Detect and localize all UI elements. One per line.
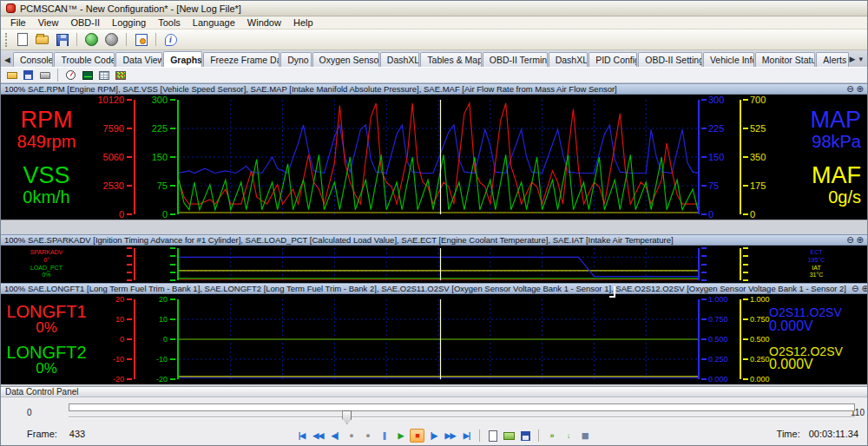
main-toolbar: i — [1, 30, 867, 50]
tab-tables-maps[interactable]: Tables & Maps — [420, 52, 481, 67]
export-log-button[interactable]: ↓ — [561, 429, 575, 443]
pid-name-iat: IAT — [808, 265, 825, 272]
playback-cursor[interactable] — [440, 248, 441, 280]
menu-file[interactable]: File — [4, 17, 32, 28]
info-icon[interactable]: i — [162, 31, 179, 48]
graph3-plot[interactable] — [179, 299, 698, 379]
save-file-icon[interactable] — [54, 31, 70, 48]
menu-window[interactable]: Window — [241, 17, 287, 28]
open-log-icon[interactable] — [5, 69, 18, 82]
pid-name-vss: VSS — [23, 164, 69, 188]
new-log-button[interactable] — [485, 429, 500, 443]
record-pause-button[interactable]: ● — [360, 429, 375, 443]
menu-view[interactable]: View — [32, 17, 65, 28]
graph1-chart-canvas — [179, 100, 698, 214]
open-file-icon[interactable] — [34, 31, 50, 48]
open-log-button[interactable] — [502, 429, 516, 443]
tab-graphs[interactable]: Graphs — [163, 51, 202, 67]
tab-trouble-codes[interactable]: Trouble Codes — [54, 52, 115, 67]
pid-value-longft2: 0% — [6, 361, 86, 376]
o2s11-axis: 1.0000.7500.5000.2500.000 — [698, 299, 740, 379]
slider-thumb[interactable] — [342, 410, 352, 424]
zoom-in-icon[interactable]: ⊕ — [857, 84, 864, 94]
pid-name-loadpct: LOAD_PCT — [30, 265, 63, 272]
playback-cursor[interactable] — [440, 100, 441, 214]
pid-name-longft1: LONGFT1 — [6, 303, 86, 320]
pid-value-o2s11: 0.000V — [769, 319, 842, 333]
step-forward-button[interactable]: |▶ — [426, 429, 441, 443]
skip-end-button[interactable]: ▶| — [459, 429, 474, 443]
rewind-button[interactable]: ◀◀ — [311, 429, 326, 443]
pid-value-ect: 195°C — [808, 257, 825, 265]
graph3-header[interactable]: 100% SAE.LONGFT1 [Long Term Fuel Trim - … — [1, 283, 867, 294]
graph2-plot[interactable] — [179, 248, 698, 280]
graph-splitter[interactable] — [1, 220, 867, 234]
data-control-panel-header[interactable]: Data Control Panel — [1, 386, 867, 397]
print-icon[interactable] — [38, 69, 51, 82]
frame-label: Frame: — [27, 429, 57, 439]
iat-axis — [740, 248, 766, 280]
graph1-plot[interactable] — [179, 100, 698, 214]
gauge-view-icon[interactable] — [64, 69, 77, 82]
vehicle-select-icon[interactable] — [133, 31, 149, 48]
menu-help[interactable]: Help — [287, 17, 319, 28]
tab-list-icon[interactable]: ▾ — [858, 55, 863, 63]
tab-dashxl-2[interactable]: DashXL — [549, 52, 589, 67]
transport-separator — [479, 430, 480, 442]
menu-logging[interactable]: Logging — [106, 17, 152, 28]
new-file-icon[interactable] — [14, 31, 30, 48]
playback-cursor[interactable] — [440, 299, 441, 379]
longft2-axis: 20100-10-20 — [135, 299, 179, 379]
graph2-header[interactable]: 100% SAE.SPARKADV [Ignition Timing Advan… — [1, 234, 867, 246]
title-bar[interactable]: PCMSCAN™ - New Configuration* - [New Log… — [1, 1, 867, 16]
pause-button[interactable]: || — [377, 429, 391, 443]
tab-scroll-left-icon[interactable]: ◀ — [3, 56, 13, 67]
menu-tools[interactable]: Tools — [152, 17, 187, 28]
longft1-axis: 20100-10-20 — [92, 299, 135, 379]
save-log-button[interactable] — [518, 429, 533, 443]
play-button[interactable]: ▶ — [393, 429, 408, 443]
o2s12-axis: 1.0000.7500.5000.2500.000 — [740, 299, 766, 379]
tab-obd2-settings[interactable]: OBD-II Settings — [638, 52, 702, 67]
frame-slider[interactable] — [69, 410, 855, 424]
stop-button[interactable]: ■ — [410, 429, 424, 443]
record-button[interactable]: ● — [344, 429, 358, 443]
pid-name-sparkadv: SPARKADV — [30, 249, 63, 257]
tab-monitor-status[interactable]: Monitor Status — [755, 52, 816, 67]
tab-console[interactable]: Console — [13, 52, 53, 67]
zoom-out-icon[interactable]: ⊖ — [852, 284, 858, 293]
graph1-header[interactable]: 100% SAE.RPM [Engine RPM], SAE.VSS [Vehi… — [1, 83, 867, 95]
tab-scroll-right-icon[interactable]: ▶ — [850, 55, 856, 63]
replay-log-button[interactable]: » — [544, 429, 559, 443]
pid-value-sparkadv: 0° — [30, 257, 63, 265]
tab-data-view[interactable]: Data View — [115, 52, 162, 67]
tab-vehicle-info[interactable]: Vehicle Info — [703, 52, 754, 67]
zoom-in-icon[interactable]: ⊕ — [857, 235, 864, 245]
graph3-chart-canvas — [179, 299, 698, 379]
pid-value-maf: 0g/s — [812, 188, 861, 206]
zoom-out-icon[interactable]: ⊖ — [846, 84, 853, 94]
tab-pid-config[interactable]: PID Config — [589, 52, 637, 67]
connect-icon[interactable] — [83, 31, 100, 48]
menu-language[interactable]: Language — [187, 17, 241, 28]
save-log-icon[interactable] — [22, 69, 35, 82]
tab-alerts[interactable]: Alerts — [816, 52, 848, 67]
disconnect-icon[interactable] — [103, 31, 120, 48]
skip-start-button[interactable]: |◀ — [294, 429, 309, 443]
matrix-view-icon[interactable] — [114, 69, 127, 82]
tab-dashxl-1[interactable]: DashXL — [380, 52, 420, 67]
step-back-button[interactable]: ◀| — [327, 429, 342, 443]
frame-grid-button[interactable]: ▦ — [577, 429, 592, 443]
graph-view-icon[interactable] — [81, 69, 94, 82]
rpm-axis: 101207590506025300 — [92, 100, 135, 214]
toolbar-grip[interactable] — [5, 33, 8, 47]
zoom-out-icon[interactable]: ⊖ — [846, 235, 853, 245]
tab-obd2-terminal[interactable]: OBD-II Terminal — [483, 52, 548, 67]
tab-dyno[interactable]: Dyno — [280, 52, 311, 67]
tab-freeze-frame[interactable]: Freeze Frame Data — [203, 52, 279, 67]
fast-forward-button[interactable]: ▶▶ — [443, 429, 457, 443]
zoom-in-icon[interactable]: ⊕ — [861, 284, 867, 293]
menu-obd2[interactable]: OBD-II — [64, 17, 106, 28]
tab-oxygen-sensors[interactable]: Oxygen Sensors — [312, 52, 379, 67]
table-view-icon[interactable] — [97, 69, 110, 82]
